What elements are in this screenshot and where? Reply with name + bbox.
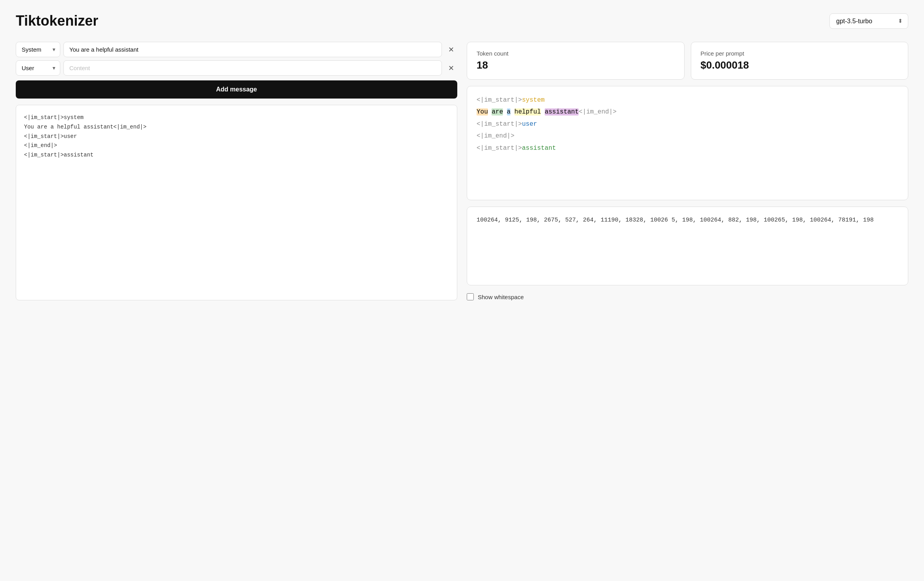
- model-select-wrapper: gpt-3.5-turbo gpt-4 gpt-4o text-davinci-…: [829, 13, 908, 29]
- token-im-end-1: <|im_end|>: [579, 108, 616, 115]
- token-im-start-3: <|im_start|>: [477, 145, 522, 152]
- token-count-label: Token count: [477, 50, 675, 57]
- token-assistant: assistant: [522, 145, 556, 152]
- header: Tiktokenizer gpt-3.5-turbo gpt-4 gpt-4o …: [16, 13, 908, 29]
- system-role-select[interactable]: System User Assistant: [16, 42, 60, 57]
- token-count-card: Token count 18: [467, 42, 685, 80]
- stats-row: Token count 18 Price per prompt $0.00001…: [467, 42, 908, 80]
- system-content-input[interactable]: [63, 42, 442, 57]
- show-whitespace-row: Show whitespace: [467, 293, 908, 300]
- token-ids-card: 100264, 9125, 198, 2675, 527, 264, 11190…: [467, 207, 908, 285]
- token-assistant-word: assistant: [545, 108, 579, 115]
- delete-user-message-button[interactable]: ✕: [445, 62, 457, 74]
- token-are: are: [492, 108, 503, 115]
- system-role-wrapper: System User Assistant ▼: [16, 42, 60, 57]
- price-label: Price per prompt: [701, 50, 899, 57]
- user-role-wrapper: User System Assistant ▼: [16, 60, 60, 76]
- token-you: You: [477, 108, 488, 115]
- token-im-end-2: <|im_end|>: [477, 132, 514, 140]
- token-count-value: 18: [477, 59, 675, 71]
- delete-system-message-button[interactable]: ✕: [445, 44, 457, 56]
- add-message-button[interactable]: Add message: [16, 80, 457, 99]
- app-title: Tiktokenizer: [16, 13, 98, 29]
- token-viz-card: <|im_start|>system You are a helpful ass…: [467, 86, 908, 200]
- user-role-select[interactable]: User System Assistant: [16, 60, 60, 76]
- price-card: Price per prompt $0.000018: [691, 42, 909, 80]
- token-ids-text: 100264, 9125, 198, 2675, 527, 264, 11190…: [477, 217, 874, 223]
- price-value: $0.000018: [701, 59, 899, 71]
- token-im-start-1: <|im_start|>: [477, 97, 522, 104]
- system-message-row: System User Assistant ▼ ✕: [16, 42, 457, 57]
- token-user: user: [522, 121, 537, 128]
- show-whitespace-checkbox[interactable]: [467, 293, 474, 300]
- show-whitespace-label: Show whitespace: [478, 294, 524, 300]
- token-a: a: [507, 108, 511, 115]
- user-message-row: User System Assistant ▼ ✕: [16, 60, 457, 76]
- model-select[interactable]: gpt-3.5-turbo gpt-4 gpt-4o text-davinci-…: [829, 13, 908, 29]
- user-content-input[interactable]: [63, 60, 442, 76]
- token-system: system: [522, 97, 545, 104]
- token-helpful: helpful: [514, 108, 541, 115]
- main-layout: System User Assistant ▼ ✕ User System As…: [16, 42, 908, 300]
- right-panel: Token count 18 Price per prompt $0.00001…: [467, 42, 908, 300]
- encoded-text-display: <|im_start|>system You are a helpful ass…: [16, 105, 457, 300]
- token-im-start-2: <|im_start|>: [477, 121, 522, 128]
- left-panel: System User Assistant ▼ ✕ User System As…: [16, 42, 457, 300]
